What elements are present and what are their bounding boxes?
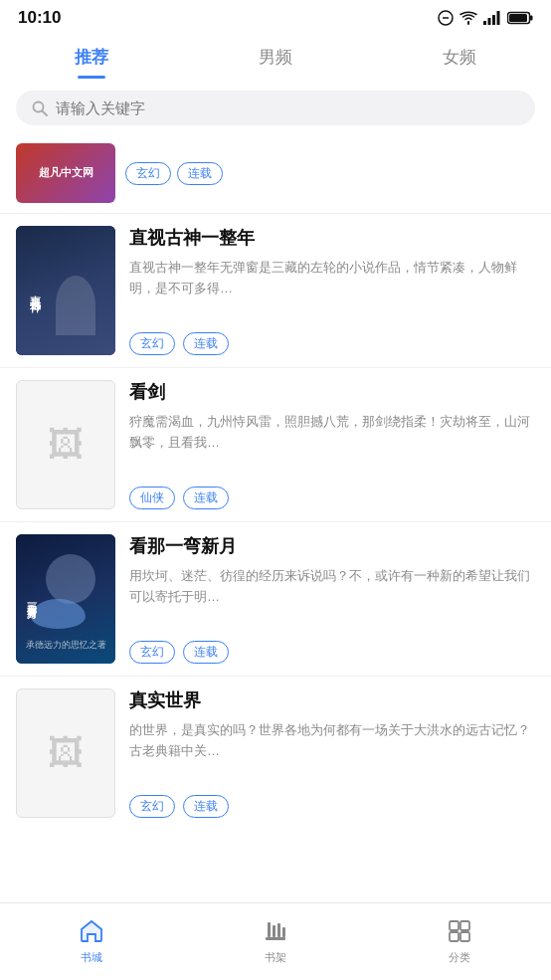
svg-rect-13 — [273, 925, 276, 937]
bottom-nav: 书城 书架 分类 — [0, 902, 551, 980]
svg-rect-16 — [450, 921, 459, 930]
book-item-4[interactable]: 🖼 真实世界 的世界，是真实的吗？世界各地为何都有一场关于大洪水的远古记忆？古老… — [0, 676, 551, 830]
nav-bookshelf[interactable]: 书架 — [184, 910, 368, 973]
top-tabs: 推荐 男频 女频 — [0, 32, 551, 79]
nav-category-label: 分类 — [449, 950, 470, 965]
nav-category[interactable]: 分类 — [367, 910, 551, 973]
svg-rect-3 — [488, 18, 491, 25]
book-title-1: 直视古神一整年 — [129, 226, 535, 250]
svg-rect-14 — [277, 923, 280, 937]
svg-rect-4 — [492, 15, 495, 25]
book-cover-1: 直视古神 — [16, 226, 115, 355]
grid-icon — [447, 918, 472, 946]
tab-female[interactable]: 女频 — [367, 38, 551, 79]
book-cover-4: 🖼 — [16, 688, 115, 818]
tab-male[interactable]: 男频 — [184, 38, 368, 79]
shelf-icon — [263, 918, 288, 946]
svg-rect-18 — [450, 932, 459, 941]
banner-item[interactable]: 超凡中文网 玄幻 连载 — [0, 139, 551, 213]
tab-recommend[interactable]: 推荐 — [0, 38, 184, 79]
book-title-2: 看剑 — [129, 380, 535, 404]
book-tag-3-0: 玄幻 — [129, 641, 175, 664]
book-info-3: 看那一弯新月 用坎坷、迷茫、彷徨的经历来诉说吗？不，或许有一种新的希望让我们可以… — [129, 534, 535, 664]
book-title-4: 真实世界 — [129, 688, 535, 712]
dnd-icon — [438, 10, 454, 26]
book-tag-4-1: 连载 — [183, 795, 229, 818]
book-item-2[interactable]: 🖼 看剑 狩魔需渴血，九州恃风雷，照胆撼八荒，那剑绕指柔！灾劫将至，山河飘零，且… — [0, 367, 551, 521]
book-tag-4-0: 玄幻 — [129, 795, 175, 818]
book-desc-3: 用坎坷、迷茫、彷徨的经历来诉说吗？不，或许有一种新的希望让我们可以寄托于明… — [129, 566, 535, 631]
book-item-1[interactable]: 直视古神 直视古神一整年 直视古神一整年无弹窗是三藏的左轮的小说作品，情节紧凑，… — [0, 213, 551, 367]
banner-thumb: 超凡中文网 — [16, 143, 115, 203]
status-icons — [438, 10, 533, 26]
book-tag-1-1: 连载 — [183, 332, 229, 355]
nav-bookstore-label: 书城 — [81, 950, 102, 965]
banner-tag-1: 连载 — [177, 162, 223, 185]
search-input[interactable] — [56, 99, 519, 116]
svg-rect-2 — [483, 21, 486, 25]
book-list: 超凡中文网 玄幻 连载 直视古神 直视古神一整年 直视古神一整年无弹窗是三藏的左… — [0, 135, 551, 909]
svg-rect-8 — [509, 14, 527, 22]
book-cover-2: 🖼 — [16, 380, 115, 509]
book-desc-2: 狩魔需渴血，九州恃风雷，照胆撼八荒，那剑绕指柔！灾劫将至，山河飘零，且看我… — [129, 412, 535, 477]
search-icon — [32, 100, 48, 116]
svg-rect-11 — [266, 937, 285, 940]
status-time: 10:10 — [18, 8, 61, 28]
book-cover-3: 看那一弯新月 承德远力的思忆之著 — [16, 534, 115, 664]
book-title-3: 看那一弯新月 — [129, 534, 535, 558]
book-tags-4: 玄幻 连载 — [129, 795, 535, 818]
book-tag-1-0: 玄幻 — [129, 332, 175, 355]
book-tags-1: 玄幻 连载 — [129, 332, 535, 355]
placeholder-image-icon: 🖼 — [48, 424, 84, 466]
book-tag-2-1: 连载 — [183, 487, 229, 509]
placeholder-image-icon-2: 🖼 — [48, 732, 84, 774]
book-tag-2-0: 仙侠 — [129, 487, 175, 509]
svg-rect-15 — [282, 927, 285, 937]
svg-rect-17 — [460, 921, 469, 930]
book-item-3[interactable]: 看那一弯新月 承德远力的思忆之著 看那一弯新月 用坎坷、迷茫、彷徨的经历来诉说吗… — [0, 521, 551, 676]
book-info-2: 看剑 狩魔需渴血，九州恃风雷，照胆撼八荒，那剑绕指柔！灾劫将至，山河飘零，且看我… — [129, 380, 535, 509]
book-info-4: 真实世界 的世界，是真实的吗？世界各地为何都有一场关于大洪水的远古记忆？古老典籍… — [129, 688, 535, 818]
nav-bookshelf-label: 书架 — [265, 950, 286, 965]
wifi-icon — [459, 11, 477, 25]
svg-rect-7 — [530, 16, 533, 21]
battery-icon — [507, 11, 533, 25]
book-tag-3-1: 连载 — [183, 641, 229, 664]
svg-rect-5 — [497, 11, 500, 25]
book-info-1: 直视古神一整年 直视古神一整年无弹窗是三藏的左轮的小说作品，情节紧凑，人物鲜明，… — [129, 226, 535, 355]
home-icon — [79, 918, 104, 946]
banner-tag-0: 玄幻 — [125, 162, 171, 185]
book-desc-4: 的世界，是真实的吗？世界各地为何都有一场关于大洪水的远古记忆？古老典籍中关… — [129, 720, 535, 785]
svg-rect-19 — [460, 932, 469, 941]
book-tags-3: 玄幻 连载 — [129, 641, 535, 664]
book-tags-2: 仙侠 连载 — [129, 487, 535, 509]
search-bar[interactable] — [16, 91, 535, 125]
nav-bookstore[interactable]: 书城 — [0, 910, 184, 973]
status-bar: 10:10 — [0, 0, 551, 32]
book-desc-1: 直视古神一整年无弹窗是三藏的左轮的小说作品，情节紧凑，人物鲜明，是不可多得… — [129, 258, 535, 322]
signal-icon — [483, 11, 501, 25]
svg-line-10 — [43, 110, 48, 115]
svg-rect-12 — [268, 922, 271, 937]
banner-tags: 玄幻 连载 — [125, 162, 223, 185]
